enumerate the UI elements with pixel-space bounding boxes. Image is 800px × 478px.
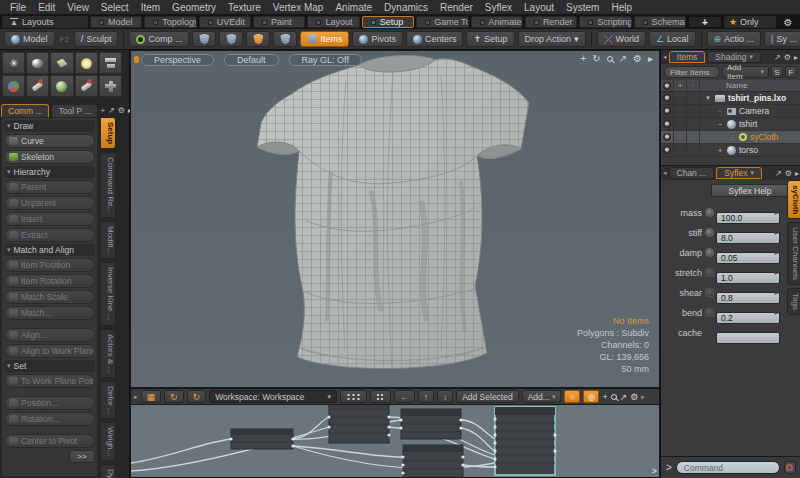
menu-texture[interactable]: Texture [222,2,267,13]
align-to-work-plane-button[interactable]: Align to Work Plane... [4,344,95,358]
layout-tab-topology[interactable]: Topology [144,16,196,28]
chevron-right-icon[interactable]: ▸ [795,169,799,178]
zoom-icon[interactable] [607,56,613,62]
parent-button[interactable]: Parent [4,180,95,194]
joint-tool-button[interactable] [75,75,98,97]
zoom-icon[interactable] [611,394,617,400]
symmetry-button[interactable]: |Sy ... [764,31,800,47]
more-button[interactable]: >> [69,450,95,463]
favorites-only-toggle[interactable]: ★ Only [724,16,776,28]
rotation-button[interactable]: Rotation... [4,412,95,426]
gear-icon[interactable]: ⚙ [633,53,642,64]
sculpt-mode-button[interactable]: /Sculpt [74,31,119,47]
envelope-button[interactable] [705,208,714,217]
layout-tab-animate[interactable]: Animate [471,16,523,28]
polygons-mode-button[interactable] [246,31,270,47]
add-selected-button[interactable]: Add Selected [456,390,519,403]
target-button[interactable]: ◎ [583,390,599,403]
workspace-dropdown[interactable]: Workspace: Workspace ▾ [209,390,337,403]
envelope-button[interactable] [705,228,714,237]
pan-icon[interactable]: + [580,53,586,64]
viewport-shading-button[interactable]: Default [224,54,279,66]
item-rotation-button[interactable]: Item Rotation [4,274,95,288]
curve-button[interactable]: Curve [4,134,95,148]
envelope-button[interactable] [705,268,714,277]
sphere-item-button[interactable] [50,75,73,97]
expand-icon[interactable]: ↗ [108,106,115,115]
command-input[interactable] [676,461,780,474]
directional-light-button[interactable] [50,52,73,74]
bend-input[interactable] [716,312,780,324]
envelope-button[interactable] [705,288,714,297]
menu-syflex[interactable]: Syflex [479,2,518,13]
eye-icon[interactable] [663,94,671,102]
layout-tab-schematic-fusion[interactable]: Schematic Fusion [634,16,686,28]
add-layout-tab-button[interactable]: + [688,16,722,28]
chevron-right-icon[interactable]: ▸ [134,393,138,401]
nav-down-button[interactable]: ↓ [437,390,453,403]
extract-button[interactable]: Extract [4,228,95,242]
scroll-right-indicator[interactable]: > [652,466,657,476]
menu-system[interactable]: System [560,2,605,13]
filter-button[interactable]: F [785,66,797,78]
menu-view[interactable]: View [61,2,95,13]
match-button[interactable]: Match... [4,306,95,320]
layoutbar-gear-button[interactable]: ⚙ [778,17,798,28]
vertices-mode-button[interactable] [192,31,216,47]
local-axis-button[interactable]: ∠Local [649,31,696,47]
unparent-button[interactable]: Unparent [4,196,95,210]
section-set[interactable]: ▾Set [4,360,95,372]
vtab-dynamics[interactable]: Dyna ... [100,464,116,478]
tab-shading[interactable]: Shading▾ [707,51,761,63]
menu-select[interactable]: Select [95,2,135,13]
align-button[interactable]: Align... [4,328,95,342]
mini-arrow-icon[interactable]: ▸ [774,229,778,237]
area-light-button[interactable] [75,52,98,74]
syflex-help-button[interactable]: Syflex Help [711,184,789,197]
add-button[interactable]: Add...▾ [522,390,562,403]
centers-mode-button[interactable]: Centers [406,31,464,47]
expand-icon[interactable]: ↗ [620,392,628,402]
pin-button[interactable]: ○ [564,390,580,403]
gear-icon[interactable]: ⚙ [784,53,791,62]
item-row-sycloth[interactable]: ·syCloth [661,131,800,144]
vtab-tags[interactable]: Tags [787,288,800,315]
mass-input[interactable] [716,212,780,224]
chevron-left-icon[interactable]: ◂ [663,169,667,177]
refresh-button[interactable]: ↻ [164,390,184,403]
items-mode-button[interactable]: Items [300,31,349,47]
layout-tab-uvedit[interactable]: UVEdit [199,16,251,28]
mini-arrow-icon[interactable]: ▸ [774,209,778,217]
layout-tab-scripting[interactable]: Scripting [579,16,631,28]
vtab-weighting[interactable]: Weigh... [100,422,116,461]
gear-icon[interactable]: ⚙ [630,392,638,402]
tab-channels[interactable]: Chan ... [669,167,715,179]
drop-action-button[interactable]: Drop Action▾ [518,31,586,47]
edges-mode-button[interactable] [219,31,243,47]
filter-items-input[interactable] [664,66,720,78]
cluster-button[interactable] [370,390,391,403]
envelope-button[interactable] [705,308,714,317]
stiff-input[interactable] [716,232,780,244]
section-hierarchy[interactable]: ▾Hierarchy [4,166,95,178]
expand-icon[interactable]: ↗ [774,53,781,62]
menu-dynamics[interactable]: Dynamics [378,2,434,13]
component-mode-button[interactable]: Comp ... [129,31,189,47]
locator-tool-button[interactable]: ✳ [2,52,25,74]
expander-icon[interactable]: ▾ [704,94,712,102]
rotate-icon[interactable]: ↻ [592,53,600,64]
section-match-align[interactable]: ▾Match and Align [4,244,95,256]
model-mode-button[interactable]: Model [4,31,55,47]
item-row-tshirt[interactable]: −tshirt [661,118,800,131]
expand-icon[interactable]: ↗ [775,169,782,178]
spot-light-button[interactable] [99,52,122,74]
materials-mode-button[interactable] [273,31,297,47]
vtab-user-channels[interactable]: User Channels [787,222,800,285]
grid-view-button[interactable] [340,390,367,403]
envelope-button[interactable] [705,248,714,257]
vtab-inverse-kinematics[interactable]: Inverse Kine ... [100,262,116,325]
action-center-button[interactable]: ⊕Actio ... [707,31,762,47]
skeleton-button[interactable]: Skeleton [4,150,95,164]
world-axis-button[interactable]: World [597,31,646,47]
pivots-mode-button[interactable]: Pivots [352,31,403,47]
